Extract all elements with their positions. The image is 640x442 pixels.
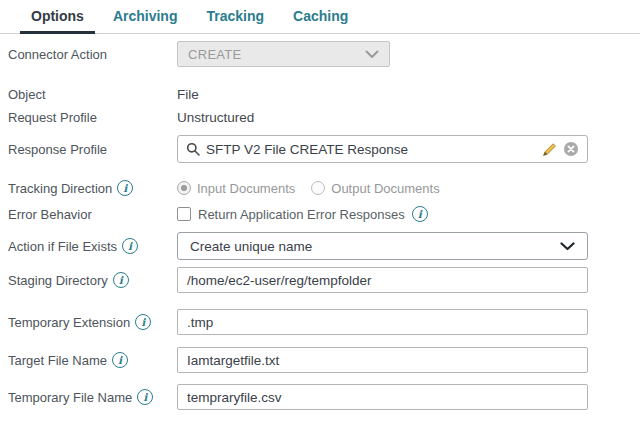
- row-temporary-file-name: Temporary File Name i: [0, 384, 640, 410]
- row-tracking-direction: Tracking Direction i Input Documents Out…: [0, 180, 640, 196]
- info-icon[interactable]: i: [117, 180, 133, 196]
- info-icon[interactable]: i: [122, 238, 138, 254]
- connector-action-select: CREATE: [177, 41, 390, 67]
- chevron-down-icon: [560, 242, 575, 251]
- tab-bar: Options Archiving Tracking Caching: [0, 0, 640, 34]
- request-profile-value: Unstructured: [177, 110, 254, 125]
- target-file-name-label: Target File Name: [8, 353, 107, 368]
- edit-pencil-icon[interactable]: [542, 142, 557, 157]
- return-application-error-responses-checkbox[interactable]: [177, 207, 191, 221]
- temporary-extension-label: Temporary Extension: [8, 315, 130, 330]
- search-icon: [186, 142, 200, 156]
- radio-input-documents-label: Input Documents: [197, 181, 295, 196]
- clear-icon[interactable]: [563, 141, 579, 157]
- tracking-direction-radio-group: Input Documents Output Documents: [177, 181, 440, 196]
- row-staging-directory: Staging Directory i: [0, 267, 640, 293]
- response-profile-lookup-field[interactable]: SFTP V2 File CREATE Response: [177, 135, 588, 163]
- row-request-profile: Request Profile Unstructured: [0, 110, 640, 125]
- tab-tracking[interactable]: Tracking: [195, 1, 275, 34]
- action-if-file-exists-label: Action if File Exists: [8, 239, 117, 254]
- row-temporary-extension: Temporary Extension i: [0, 309, 640, 335]
- object-label: Object: [8, 87, 46, 102]
- tab-archiving[interactable]: Archiving: [102, 1, 189, 34]
- info-icon[interactable]: i: [113, 272, 129, 288]
- row-action-if-file-exists: Action if File Exists i Create unique na…: [0, 232, 640, 260]
- action-if-file-exists-select[interactable]: Create unique name: [177, 232, 588, 260]
- object-value: File: [177, 87, 199, 102]
- temporary-extension-input[interactable]: [177, 309, 588, 335]
- staging-directory-label: Staging Directory: [8, 273, 108, 288]
- row-connector-action: Connector Action CREATE: [0, 41, 640, 67]
- info-icon[interactable]: i: [135, 314, 151, 330]
- options-form: Connector Action CREATE Object File: [0, 41, 640, 410]
- action-if-file-exists-value: Create unique name: [190, 239, 560, 254]
- connector-options-panel: Options Archiving Tracking Caching Conne…: [0, 0, 640, 442]
- row-object: Object File: [0, 87, 640, 102]
- request-profile-label: Request Profile: [8, 110, 97, 125]
- tracking-direction-label: Tracking Direction: [8, 181, 112, 196]
- radio-input-documents: [177, 181, 191, 195]
- info-icon[interactable]: i: [137, 389, 153, 405]
- row-target-file-name: Target File Name i: [0, 347, 640, 373]
- staging-directory-input[interactable]: [177, 267, 588, 293]
- return-application-error-responses-label: Return Application Error Responses: [198, 207, 405, 222]
- temporary-file-name-input[interactable]: [177, 384, 588, 410]
- chevron-down-icon: [365, 50, 379, 59]
- response-profile-value: SFTP V2 File CREATE Response: [206, 142, 536, 157]
- row-response-profile: Response Profile SFTP V2 File CREATE Res…: [0, 135, 640, 163]
- temporary-file-name-label: Temporary File Name: [8, 390, 132, 405]
- connector-action-label: Connector Action: [8, 47, 107, 62]
- radio-output-documents-label: Output Documents: [331, 181, 439, 196]
- tab-caching[interactable]: Caching: [282, 1, 359, 34]
- info-icon[interactable]: i: [112, 352, 128, 368]
- error-behavior-label: Error Behavior: [8, 207, 92, 222]
- connector-action-value: CREATE: [188, 47, 365, 62]
- info-icon[interactable]: i: [412, 206, 428, 222]
- radio-output-documents: [311, 181, 325, 195]
- tab-options[interactable]: Options: [20, 1, 95, 34]
- response-profile-label: Response Profile: [8, 142, 107, 157]
- target-file-name-input[interactable]: [177, 347, 588, 373]
- row-error-behavior: Error Behavior Return Application Error …: [0, 206, 640, 222]
